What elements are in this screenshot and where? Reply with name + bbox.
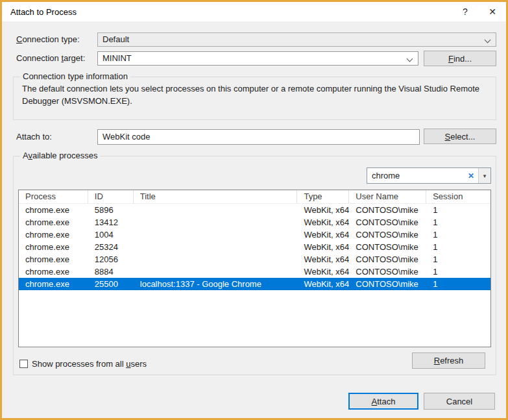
table-cell-id: 8884 — [88, 266, 134, 278]
table-cell-user: CONTOSO\mike — [349, 241, 426, 253]
table-cell-id: 13412 — [88, 216, 134, 229]
table-cell-type: WebKit, x64 — [297, 229, 349, 241]
table-cell-title — [134, 241, 298, 253]
window-title: Attach to Process — [2, 7, 77, 17]
refresh-button[interactable]: Refresh — [412, 352, 485, 369]
show-all-users-label: Show processes from all users — [32, 358, 147, 370]
table-cell-title — [134, 229, 298, 241]
table-cell-type: WebKit, x64 — [297, 204, 349, 216]
table-cell-user: CONTOSO\mike — [349, 266, 426, 278]
table-cell-session: 1 — [426, 266, 490, 278]
table-cell-title — [134, 216, 298, 229]
table-cell-process: chrome.exe — [19, 229, 88, 241]
info-text-line1: The default connection lets you select p… — [22, 82, 487, 95]
table-cell-id: 25324 — [88, 241, 134, 253]
process-filter-input[interactable] — [367, 168, 464, 183]
connection-target-label: Connection target: — [16, 51, 85, 66]
group-title: Available processes — [20, 151, 100, 161]
table-cell-session: 1 — [426, 253, 490, 266]
table-cell-user: CONTOSO\mike — [349, 278, 426, 290]
attach-to-field[interactable]: WebKit code — [97, 129, 420, 145]
column-header-session[interactable]: Session — [426, 190, 490, 203]
table-row[interactable]: chrome.exe13412WebKit, x64CONTOSO\mike1 — [19, 216, 490, 229]
connection-target-combobox[interactable]: MININT — [97, 51, 418, 66]
filter-dropdown-icon[interactable]: ▾ — [478, 168, 490, 183]
table-cell-title — [134, 204, 298, 216]
table-cell-title: localhost:1337 - Google Chrome — [134, 278, 298, 290]
table-cell-session: 1 — [426, 204, 490, 216]
column-header-type[interactable]: Type — [297, 190, 349, 203]
table-cell-user: CONTOSO\mike — [349, 204, 426, 216]
table-cell-session: 1 — [426, 278, 490, 290]
process-table: ProcessIDTitleTypeUser NameSession chrom… — [18, 190, 491, 347]
table-cell-title — [134, 253, 298, 266]
table-cell-user: CONTOSO\mike — [349, 253, 426, 266]
table-cell-id: 1004 — [88, 229, 134, 241]
chevron-down-icon — [407, 56, 413, 62]
table-row[interactable]: chrome.exe25500localhost:1337 - Google C… — [19, 278, 490, 290]
table-header: ProcessIDTitleTypeUser NameSession — [19, 190, 490, 204]
connection-type-combobox[interactable]: Default — [97, 32, 496, 47]
attach-button[interactable]: Attach — [348, 393, 418, 410]
help-icon[interactable]: ? — [452, 2, 479, 21]
titlebar: Attach to Process ? ✕ — [2, 2, 506, 21]
table-cell-process: chrome.exe — [19, 266, 88, 278]
table-cell-type: WebKit, x64 — [297, 216, 349, 229]
connection-type-information-group: Connection type information The default … — [13, 77, 496, 120]
table-row[interactable]: chrome.exe1004WebKit, x64CONTOSO\mike1 — [19, 229, 490, 241]
table-cell-title — [134, 266, 298, 278]
table-cell-user: CONTOSO\mike — [349, 216, 426, 229]
column-header-id[interactable]: ID — [88, 190, 134, 203]
attach-to-value: WebKit code — [103, 132, 150, 142]
table-cell-session: 1 — [426, 241, 490, 253]
table-cell-type: WebKit, x64 — [297, 266, 349, 278]
table-cell-id: 12056 — [88, 253, 134, 266]
table-cell-process: chrome.exe — [19, 278, 88, 290]
table-row[interactable]: chrome.exe5896WebKit, x64CONTOSO\mike1 — [19, 204, 490, 216]
chevron-down-icon — [485, 37, 491, 43]
attach-to-process-dialog: Attach to Process ? ✕ Connection type: D… — [0, 0, 508, 420]
connection-type-label: Connection type: — [16, 32, 80, 47]
cancel-button[interactable]: Cancel — [424, 393, 495, 410]
table-row[interactable]: chrome.exe8884WebKit, x64CONTOSO\mike1 — [19, 266, 490, 278]
find-button[interactable]: Find... — [424, 51, 496, 66]
show-all-users-checkbox[interactable] — [19, 360, 28, 368]
clear-filter-icon[interactable]: ✕ — [464, 168, 478, 183]
table-cell-type: WebKit, x64 — [297, 278, 349, 290]
table-row[interactable]: chrome.exe12056WebKit, x64CONTOSO\mike1 — [19, 253, 490, 266]
connection-target-value: MININT — [103, 53, 132, 63]
table-cell-process: chrome.exe — [19, 216, 88, 229]
table-cell-process: chrome.exe — [19, 241, 88, 253]
column-header-title[interactable]: Title — [134, 190, 298, 203]
info-text-line2: Debugger (MSVSMON.EXE). — [22, 95, 487, 107]
table-cell-process: chrome.exe — [19, 253, 88, 266]
process-filter-combobox: ✕ ▾ — [367, 167, 491, 184]
close-icon[interactable]: ✕ — [479, 2, 506, 21]
column-header-user-name[interactable]: User Name — [349, 190, 426, 203]
select-button[interactable]: Select... — [424, 129, 496, 144]
group-title: Connection type information — [20, 71, 130, 82]
attach-to-label: Attach to: — [16, 130, 52, 144]
table-row[interactable]: chrome.exe25324WebKit, x64CONTOSO\mike1 — [19, 241, 490, 253]
column-header-process[interactable]: Process — [19, 190, 88, 203]
table-cell-id: 25500 — [88, 278, 134, 290]
table-cell-type: WebKit, x64 — [297, 241, 349, 253]
table-cell-session: 1 — [426, 229, 490, 241]
table-cell-session: 1 — [426, 216, 490, 229]
table-cell-user: CONTOSO\mike — [349, 229, 426, 241]
table-cell-type: WebKit, x64 — [297, 253, 349, 266]
table-cell-id: 5896 — [88, 204, 134, 216]
table-body: chrome.exe5896WebKit, x64CONTOSO\mike1ch… — [19, 204, 490, 290]
table-cell-process: chrome.exe — [19, 204, 88, 216]
connection-type-value: Default — [103, 34, 129, 44]
